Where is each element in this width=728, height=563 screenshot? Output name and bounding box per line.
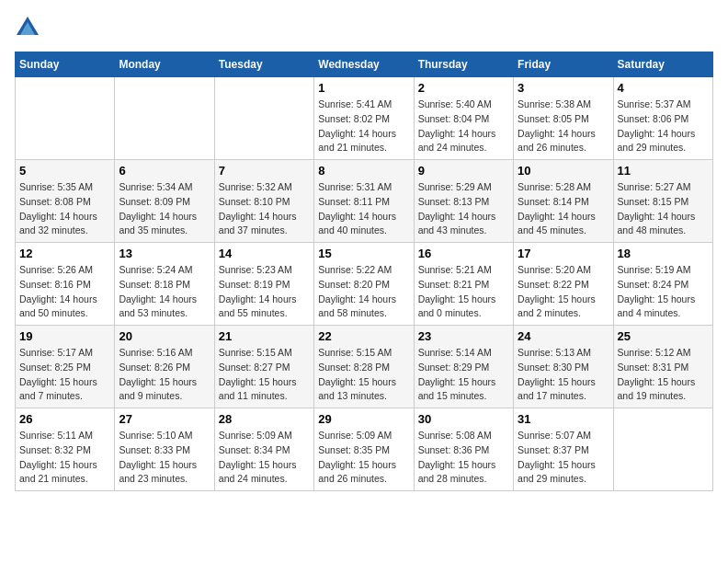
logo-icon [15, 15, 40, 40]
day-number: 4 [618, 81, 709, 95]
calendar-table: SundayMondayTuesdayWednesdayThursdayFrid… [15, 52, 713, 491]
calendar-week-row: 26Sunrise: 5:11 AMSunset: 8:32 PMDayligh… [16, 408, 713, 491]
day-info: Sunrise: 5:28 AMSunset: 8:14 PMDaylight:… [518, 180, 609, 238]
day-number: 8 [318, 164, 409, 178]
day-number: 7 [219, 164, 310, 178]
day-header-wednesday: Wednesday [314, 52, 414, 77]
day-number: 1 [318, 81, 409, 95]
day-number: 24 [518, 329, 609, 343]
day-number: 13 [119, 247, 210, 260]
day-header-thursday: Thursday [414, 52, 513, 77]
day-info: Sunrise: 5:32 AMSunset: 8:10 PMDaylight:… [219, 180, 310, 238]
day-header-monday: Monday [115, 52, 214, 77]
day-number: 26 [19, 412, 110, 426]
day-info: Sunrise: 5:15 AMSunset: 8:27 PMDaylight:… [219, 346, 310, 404]
logo [15, 15, 44, 40]
calendar-cell: 17Sunrise: 5:20 AMSunset: 8:22 PMDayligh… [514, 243, 613, 326]
day-number: 29 [318, 412, 409, 426]
calendar-cell: 22Sunrise: 5:15 AMSunset: 8:28 PMDayligh… [314, 326, 414, 408]
day-info: Sunrise: 5:10 AMSunset: 8:33 PMDaylight:… [119, 429, 210, 487]
calendar-cell: 15Sunrise: 5:22 AMSunset: 8:20 PMDayligh… [314, 243, 414, 326]
day-number: 27 [119, 412, 210, 426]
calendar-cell: 11Sunrise: 5:27 AMSunset: 8:15 PMDayligh… [613, 160, 712, 243]
day-number: 3 [518, 81, 609, 95]
day-info: Sunrise: 5:09 AMSunset: 8:35 PMDaylight:… [318, 429, 409, 487]
day-info: Sunrise: 5:16 AMSunset: 8:26 PMDaylight:… [119, 346, 210, 404]
day-info: Sunrise: 5:19 AMSunset: 8:24 PMDaylight:… [618, 263, 709, 321]
calendar-cell [214, 77, 313, 160]
calendar-cell: 5Sunrise: 5:35 AMSunset: 8:08 PMDaylight… [16, 160, 115, 243]
day-info: Sunrise: 5:40 AMSunset: 8:04 PMDaylight:… [418, 98, 509, 155]
day-number: 6 [119, 164, 210, 178]
calendar-cell: 12Sunrise: 5:26 AMSunset: 8:16 PMDayligh… [16, 243, 115, 326]
day-number: 22 [318, 329, 409, 343]
calendar-week-row: 12Sunrise: 5:26 AMSunset: 8:16 PMDayligh… [16, 243, 713, 326]
day-number: 19 [19, 329, 110, 343]
calendar-cell: 9Sunrise: 5:29 AMSunset: 8:13 PMDaylight… [414, 160, 513, 243]
calendar-cell: 30Sunrise: 5:08 AMSunset: 8:36 PMDayligh… [414, 408, 513, 491]
calendar-cell: 16Sunrise: 5:21 AMSunset: 8:21 PMDayligh… [414, 243, 513, 326]
day-info: Sunrise: 5:14 AMSunset: 8:29 PMDaylight:… [418, 346, 509, 404]
day-info: Sunrise: 5:34 AMSunset: 8:09 PMDaylight:… [119, 180, 210, 238]
calendar-cell: 13Sunrise: 5:24 AMSunset: 8:18 PMDayligh… [115, 243, 214, 326]
calendar-cell: 25Sunrise: 5:12 AMSunset: 8:31 PMDayligh… [613, 326, 712, 408]
day-info: Sunrise: 5:27 AMSunset: 8:15 PMDaylight:… [618, 180, 709, 238]
day-number: 10 [518, 164, 609, 178]
calendar-week-row: 5Sunrise: 5:35 AMSunset: 8:08 PMDaylight… [16, 160, 713, 243]
calendar-cell: 7Sunrise: 5:32 AMSunset: 8:10 PMDaylight… [214, 160, 313, 243]
day-number: 15 [318, 247, 409, 260]
day-header-sunday: Sunday [16, 52, 115, 77]
calendar-header-row: SundayMondayTuesdayWednesdayThursdayFrid… [16, 52, 713, 77]
day-number: 20 [119, 329, 210, 343]
calendar-cell: 21Sunrise: 5:15 AMSunset: 8:27 PMDayligh… [214, 326, 313, 408]
day-number: 31 [518, 412, 609, 426]
day-info: Sunrise: 5:21 AMSunset: 8:21 PMDaylight:… [418, 263, 509, 321]
calendar-cell: 3Sunrise: 5:38 AMSunset: 8:05 PMDaylight… [514, 77, 613, 160]
day-number: 18 [618, 247, 709, 260]
calendar-cell: 1Sunrise: 5:41 AMSunset: 8:02 PMDaylight… [314, 77, 414, 160]
day-info: Sunrise: 5:15 AMSunset: 8:28 PMDaylight:… [318, 346, 409, 404]
calendar-cell [613, 408, 712, 491]
day-number: 28 [219, 412, 310, 426]
day-number: 21 [219, 329, 310, 343]
day-info: Sunrise: 5:29 AMSunset: 8:13 PMDaylight:… [418, 180, 509, 238]
calendar-cell: 28Sunrise: 5:09 AMSunset: 8:34 PMDayligh… [214, 408, 313, 491]
day-number: 30 [418, 412, 509, 426]
day-number: 14 [219, 247, 310, 260]
day-info: Sunrise: 5:31 AMSunset: 8:11 PMDaylight:… [318, 180, 409, 238]
calendar-cell: 26Sunrise: 5:11 AMSunset: 8:32 PMDayligh… [16, 408, 115, 491]
calendar-cell: 19Sunrise: 5:17 AMSunset: 8:25 PMDayligh… [16, 326, 115, 408]
day-number: 16 [418, 247, 509, 260]
day-info: Sunrise: 5:09 AMSunset: 8:34 PMDaylight:… [219, 429, 310, 487]
day-header-saturday: Saturday [613, 52, 712, 77]
calendar-cell: 2Sunrise: 5:40 AMSunset: 8:04 PMDaylight… [414, 77, 513, 160]
day-number: 9 [418, 164, 509, 178]
day-number: 25 [618, 329, 709, 343]
calendar-cell: 8Sunrise: 5:31 AMSunset: 8:11 PMDaylight… [314, 160, 414, 243]
calendar-cell: 10Sunrise: 5:28 AMSunset: 8:14 PMDayligh… [514, 160, 613, 243]
day-number: 11 [618, 164, 709, 178]
calendar-cell: 14Sunrise: 5:23 AMSunset: 8:19 PMDayligh… [214, 243, 313, 326]
day-number: 12 [19, 247, 110, 260]
day-info: Sunrise: 5:17 AMSunset: 8:25 PMDaylight:… [19, 346, 110, 404]
calendar-cell: 31Sunrise: 5:07 AMSunset: 8:37 PMDayligh… [514, 408, 613, 491]
day-info: Sunrise: 5:23 AMSunset: 8:19 PMDaylight:… [219, 263, 310, 321]
calendar-cell: 24Sunrise: 5:13 AMSunset: 8:30 PMDayligh… [514, 326, 613, 408]
calendar-cell: 6Sunrise: 5:34 AMSunset: 8:09 PMDaylight… [115, 160, 214, 243]
calendar-cell: 18Sunrise: 5:19 AMSunset: 8:24 PMDayligh… [613, 243, 712, 326]
day-info: Sunrise: 5:08 AMSunset: 8:36 PMDaylight:… [418, 429, 509, 487]
day-info: Sunrise: 5:12 AMSunset: 8:31 PMDaylight:… [618, 346, 709, 404]
day-number: 5 [19, 164, 110, 178]
day-info: Sunrise: 5:35 AMSunset: 8:08 PMDaylight:… [19, 180, 110, 238]
day-header-friday: Friday [514, 52, 613, 77]
calendar-cell: 27Sunrise: 5:10 AMSunset: 8:33 PMDayligh… [115, 408, 214, 491]
day-header-tuesday: Tuesday [214, 52, 313, 77]
calendar-cell: 29Sunrise: 5:09 AMSunset: 8:35 PMDayligh… [314, 408, 414, 491]
day-info: Sunrise: 5:07 AMSunset: 8:37 PMDaylight:… [518, 429, 609, 487]
day-info: Sunrise: 5:38 AMSunset: 8:05 PMDaylight:… [518, 98, 609, 155]
calendar-cell [115, 77, 214, 160]
day-info: Sunrise: 5:41 AMSunset: 8:02 PMDaylight:… [318, 98, 409, 155]
day-number: 2 [418, 81, 509, 95]
calendar-week-row: 1Sunrise: 5:41 AMSunset: 8:02 PMDaylight… [16, 77, 713, 160]
calendar-cell [16, 77, 115, 160]
